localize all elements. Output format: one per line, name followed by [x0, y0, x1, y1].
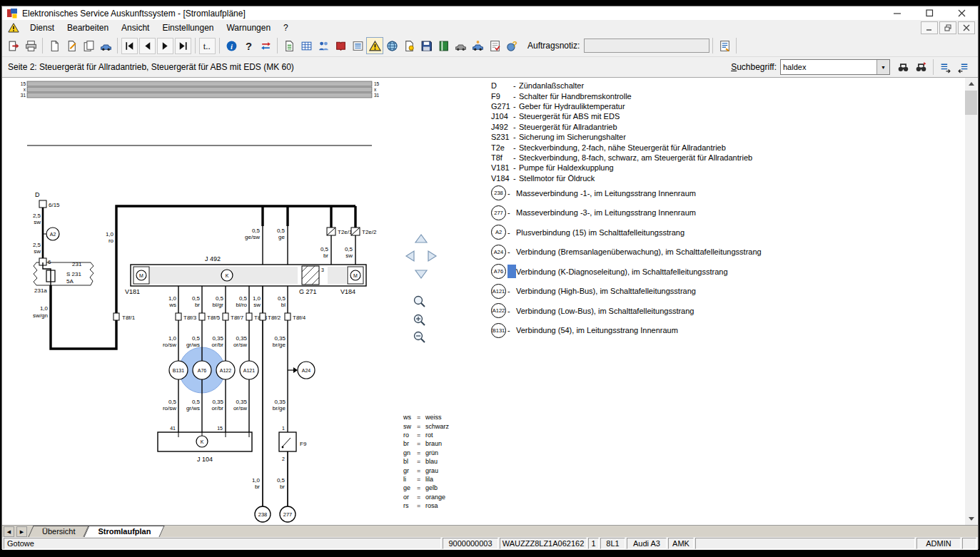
- search-combobox[interactable]: ▼: [780, 59, 890, 75]
- disk-icon[interactable]: [418, 37, 435, 54]
- component-row[interactable]: D-Zündanlaßschalter: [491, 81, 959, 91]
- help-icon[interactable]: ?: [240, 37, 257, 54]
- search-input[interactable]: [781, 60, 877, 74]
- doc-table-icon[interactable]: [281, 37, 298, 54]
- f9-box[interactable]: 1 F9 2: [279, 426, 307, 461]
- find-next-icon[interactable]: [913, 59, 929, 76]
- mdi-minimize-button[interactable]: [921, 21, 938, 34]
- menu-item-3[interactable]: Einstellungen: [156, 21, 220, 34]
- connection-row[interactable]: A2-Plusverbindung (15) im Schalttafellei…: [491, 223, 959, 242]
- nav-prev-icon[interactable]: [139, 38, 156, 54]
- scrollbar-thumb[interactable]: [965, 91, 977, 115]
- svg-text:231a: 231a: [34, 287, 47, 294]
- users-icon[interactable]: [315, 37, 332, 54]
- nav-first-icon[interactable]: [121, 38, 138, 54]
- car-key-icon[interactable]: [97, 37, 114, 54]
- connection-row-selected[interactable]: A76Verbindung (K-Diagnoseleitung), im Sc…: [491, 262, 959, 282]
- nav-next-icon[interactable]: [157, 38, 173, 54]
- svg-text:sw/gn: sw/gn: [33, 312, 48, 319]
- info-icon[interactable]: i: [223, 37, 240, 54]
- tab-scroll-right-button[interactable]: ▶: [16, 526, 27, 537]
- scrollbar-down-button[interactable]: [965, 513, 977, 525]
- zoom-out-icon[interactable]: [415, 332, 425, 343]
- book-red-icon[interactable]: [332, 37, 349, 54]
- grid-icon[interactable]: [298, 37, 315, 54]
- auftragsnotiz-input[interactable]: [584, 39, 709, 53]
- component-row[interactable]: S231-Sicherung im Sicherungshalter: [491, 132, 959, 142]
- connection-row[interactable]: 277-Masseverbindung -3-, im Leitungsstra…: [491, 203, 959, 223]
- list-icon[interactable]: [349, 37, 366, 54]
- component-row[interactable]: T2e-Steckverbindung, 2-fach, nähe Steuer…: [491, 142, 959, 152]
- form-icon[interactable]: [716, 37, 733, 54]
- svg-text:ro: ro: [108, 237, 114, 244]
- svg-text:1,0: 1,0: [252, 477, 261, 484]
- component-row[interactable]: G271-Geber für Hydrauliktemperatur: [491, 101, 959, 111]
- transfer-icon[interactable]: [257, 37, 274, 54]
- mdi-close-button[interactable]: [958, 21, 975, 34]
- warning-icon[interactable]: [366, 37, 383, 54]
- fuse-box[interactable]: 6 231 S 231 5A 231a: [34, 258, 94, 294]
- svg-text:0,5: 0,5: [345, 246, 353, 252]
- tab-stromlaufplan[interactable]: Stromlaufplan: [86, 526, 162, 537]
- maximize-button[interactable]: [914, 6, 946, 20]
- doc-new-icon[interactable]: [46, 37, 63, 54]
- component-row[interactable]: V181-Pumpe für Haldexkupplung: [491, 163, 959, 173]
- zoom-in-icon[interactable]: [415, 315, 425, 326]
- menu-item-4[interactable]: Warnungen: [220, 21, 277, 34]
- doc-edit-icon[interactable]: [63, 37, 80, 54]
- doc-stack-icon[interactable]: [80, 37, 97, 54]
- j104-box[interactable]: K J 104: [158, 432, 252, 463]
- connection-row[interactable]: A121-Verbindung (High-Bus), im Schalttaf…: [491, 281, 959, 301]
- scrollbar-up-button[interactable]: [965, 78, 977, 90]
- connection-symbol: 277: [491, 205, 506, 220]
- connection-row[interactable]: 238-Masseverbindung -1-, im Leitungsstra…: [491, 183, 959, 203]
- mdi-restore-button[interactable]: [939, 21, 956, 34]
- doc-sun-icon[interactable]: [400, 37, 418, 54]
- car-blue-icon[interactable]: [469, 37, 486, 54]
- pan-up-arrow[interactable]: [415, 235, 427, 242]
- component-row[interactable]: J492-Steuergerät für Allradantrieb: [491, 122, 959, 132]
- menu-item-5[interactable]: ?: [277, 21, 295, 34]
- pan-left-arrow[interactable]: [406, 251, 414, 261]
- tab--bersicht[interactable]: Übersicht: [31, 526, 86, 537]
- component-row[interactable]: J104-Steuergerät für ABS mit EDS: [491, 111, 959, 121]
- pan-right-arrow[interactable]: [428, 251, 436, 261]
- menu-item-0[interactable]: Dienst: [24, 21, 61, 34]
- connection-row[interactable]: A122-Verbindung (Low-Bus), im Schalttafe…: [491, 301, 959, 321]
- print-icon[interactable]: [22, 37, 39, 54]
- checklist-icon[interactable]: [486, 37, 503, 54]
- svg-text:or/sw: or/sw: [233, 405, 247, 412]
- connection-desc: Masseverbindung -3-, im Leitungsstrang I…: [516, 208, 696, 217]
- find-icon[interactable]: [895, 59, 911, 76]
- menu-item-1[interactable]: Bearbeiten: [61, 21, 115, 34]
- tab-scroll-left-button[interactable]: ◀: [4, 526, 14, 537]
- list-in-icon[interactable]: [955, 59, 971, 76]
- component-row[interactable]: F9-Schalter für Handbremskontrolle: [491, 91, 959, 101]
- j492-box[interactable]: J 492 M K 3 M V181 G 271 V184: [125, 255, 366, 295]
- minimize-button[interactable]: [882, 6, 914, 20]
- text-tool-icon[interactable]: t..: [199, 38, 216, 54]
- legend-row: gn=grün: [403, 449, 449, 457]
- component-row[interactable]: T8f-Steckverbindung, 8-fach, schwarz, am…: [491, 153, 959, 163]
- chevron-down-icon[interactable]: ▼: [877, 60, 889, 74]
- book-green-icon[interactable]: [435, 37, 452, 54]
- pan-down-arrow[interactable]: [415, 270, 427, 278]
- close-button[interactable]: [946, 6, 978, 20]
- gear-help-icon[interactable]: ?: [503, 37, 520, 54]
- nav-last-icon[interactable]: [175, 38, 191, 54]
- list-out-icon[interactable]: [937, 59, 954, 76]
- component-code: J492: [491, 123, 513, 131]
- menu-item-2[interactable]: Ansicht: [115, 21, 156, 34]
- globe-icon[interactable]: [383, 37, 400, 54]
- toolbar-separator: [42, 38, 43, 53]
- zoom-icon[interactable]: [415, 297, 425, 307]
- app-icon: [6, 8, 18, 19]
- connection-row[interactable]: B131-Verbindung (54), im Leitungsstrang …: [491, 320, 959, 340]
- exit-icon[interactable]: [5, 37, 22, 54]
- scrollbar[interactable]: [965, 78, 977, 525]
- svg-text:A24: A24: [302, 368, 311, 373]
- car-gray-icon[interactable]: [452, 37, 469, 54]
- connection-row[interactable]: A24-Verbindung (Bremsanlagenüberwachung)…: [491, 242, 959, 262]
- search-label: Suchbegriff:: [731, 62, 777, 72]
- component-row[interactable]: V184-Stellmotor für Öldruck: [491, 173, 959, 183]
